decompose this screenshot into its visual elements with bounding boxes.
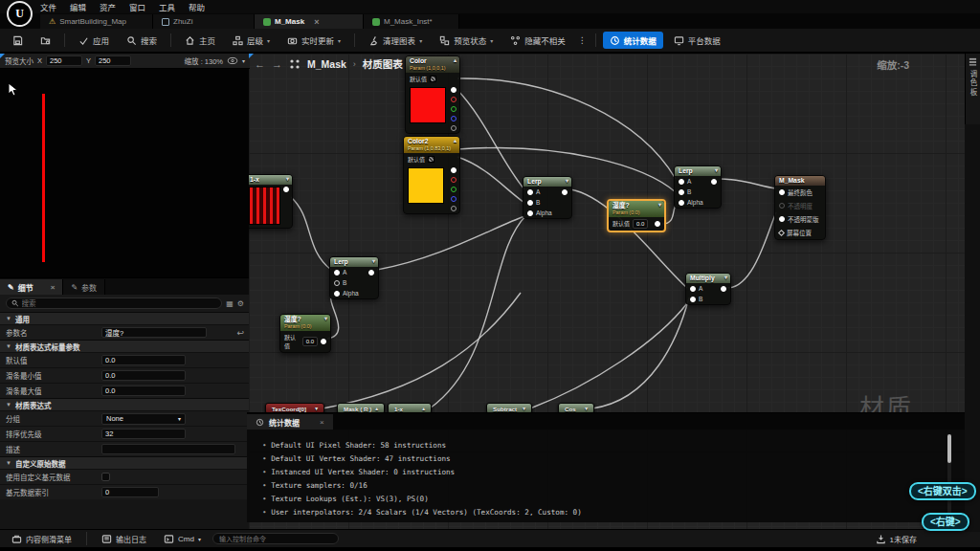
grid-view-icon[interactable]: ▦ — [226, 299, 234, 308]
input-pin-alpha[interactable] — [679, 200, 684, 206]
stats-button[interactable]: 统计数据 — [603, 32, 663, 49]
node-one-minus-preview[interactable]: 1-x▾ — [249, 174, 293, 229]
tab-m-mask[interactable]: M_Mask × — [255, 14, 364, 29]
close-icon[interactable]: × — [320, 418, 324, 427]
cmd-dropdown[interactable]: Cmd▾ — [158, 532, 207, 546]
stats-scrollbar[interactable] — [947, 434, 951, 518]
node-lerp-3[interactable]: Lerp▾ A B Alpha — [674, 165, 722, 209]
use-custom-primitive-checkbox[interactable] — [101, 473, 110, 481]
input-pin-b[interactable] — [690, 297, 696, 302]
input-pin-b[interactable] — [679, 189, 684, 195]
input-pin-screen-position[interactable] — [778, 230, 785, 236]
browse-button[interactable] — [33, 33, 57, 49]
back-arrow-icon[interactable]: ← — [255, 58, 265, 70]
hide-unrelated-button[interactable]: 隐藏不相关 — [503, 32, 572, 49]
menu-help[interactable]: 帮助 — [189, 1, 205, 12]
scrollbar-thumb[interactable] — [947, 434, 951, 463]
output-pin-g[interactable] — [451, 106, 457, 112]
output-pin[interactable] — [321, 339, 326, 344]
menu-window[interactable]: 窗口 — [129, 1, 145, 12]
tab-smartbuilding-map[interactable]: ⚠ SmartBuilding_Map — [40, 14, 153, 29]
output-pin-a[interactable] — [451, 206, 457, 211]
node-scalar-parameter-selected[interactable]: 湿度?▾Param (0.0) 默认值0.0 — [607, 199, 666, 232]
sort-priority-input[interactable] — [101, 429, 186, 439]
more-options-icon[interactable]: ⋮ — [576, 33, 589, 47]
menu-edit[interactable]: 编辑 — [70, 1, 86, 12]
live-update-button[interactable]: 实时更新▾ — [280, 32, 347, 49]
input-pin-a[interactable] — [690, 286, 696, 292]
tab-details[interactable]: ✎ 细节 × — [0, 279, 63, 295]
output-pin[interactable] — [283, 187, 289, 192]
section-material-expression[interactable]: ▼材质表达式 — [0, 398, 250, 410]
tab-zhuzi[interactable]: ZhuZi — [153, 14, 255, 29]
output-pin[interactable] — [655, 221, 660, 227]
node-lerp-2[interactable]: Lerp▾ A B Alpha — [329, 256, 379, 299]
tab-parameters[interactable]: ✎ 参数 — [63, 279, 105, 295]
clean-graph-button[interactable]: 清理图表▾ — [362, 32, 429, 49]
close-icon[interactable]: × — [314, 17, 319, 27]
menu-file[interactable]: 文件 — [40, 1, 56, 12]
console-command-input[interactable] — [212, 533, 339, 544]
breadcrumb-asset[interactable]: M_Mask — [307, 58, 346, 70]
output-pin-g[interactable] — [451, 187, 457, 192]
input-pin-alpha[interactable] — [334, 291, 340, 297]
parameter-name-input[interactable] — [101, 327, 207, 338]
breadcrumb-page[interactable]: 材质图表 — [363, 56, 403, 71]
default-value-input[interactable] — [101, 355, 186, 365]
apply-button[interactable]: 应用 — [72, 32, 116, 49]
material-preview-viewport[interactable] — [0, 69, 250, 278]
search-button[interactable]: 搜索 — [120, 32, 164, 49]
section-general[interactable]: ▼通用 — [0, 312, 250, 324]
input-pin-b[interactable] — [334, 280, 340, 286]
input-pin-a[interactable] — [334, 270, 340, 276]
tab-m-mask-inst[interactable]: M_Mask_Inst* — [364, 14, 459, 29]
input-pin-final-color[interactable] — [779, 189, 785, 195]
node-color-parameter[interactable]: Color▴Param (1,0,0,1) 默认值 — [405, 55, 460, 134]
reset-to-default-icon[interactable]: ↩ — [236, 328, 244, 338]
home-button[interactable]: 主页 — [178, 32, 222, 49]
input-pin-a[interactable] — [527, 189, 533, 195]
unsaved-indicator[interactable]: 1未保存 — [876, 534, 974, 544]
preview-x-input[interactable] — [46, 55, 82, 66]
hierarchy-button[interactable]: 层级▾ — [226, 32, 277, 49]
color-swatch-red[interactable] — [410, 87, 446, 123]
node-material-result[interactable]: M_Mask 最终颜色 不透明度 不透明蒙版 屏幕位置 — [774, 175, 826, 240]
input-pin-a[interactable] — [679, 179, 684, 185]
input-pin-opacity-mask[interactable] — [779, 216, 785, 222]
preview-state-button[interactable]: 预览状态▾ — [433, 32, 500, 49]
unreal-logo[interactable]: U — [7, 1, 33, 27]
node-scalar-parameter[interactable]: 湿度?▾Param (0.0) 默认值0.0 — [279, 314, 331, 353]
content-drawer-button[interactable]: 内容侧滑菜单 — [6, 532, 78, 546]
menu-tools[interactable]: 工具 — [159, 1, 175, 12]
input-pin-b[interactable] — [527, 200, 533, 206]
output-pin-b[interactable] — [451, 196, 457, 202]
output-log-button[interactable]: 输出日志 — [96, 532, 152, 546]
tab-stats[interactable]: 统计数据 × — [247, 414, 333, 430]
save-button[interactable] — [6, 33, 30, 49]
node-multiply[interactable]: Multiply▾ A B — [685, 273, 731, 305]
output-pin-a[interactable] — [451, 125, 457, 131]
node-color2-parameter[interactable]: Color2▴Param (1,0.83,0,1) 默认值 — [403, 136, 460, 214]
output-pin[interactable] — [711, 179, 717, 185]
palette-collapsed-tab[interactable]: 调色板 — [965, 54, 980, 124]
output-pin-r[interactable] — [451, 177, 457, 183]
output-pin-b[interactable] — [451, 116, 457, 121]
output-pin[interactable] — [562, 189, 568, 195]
node-lerp-1[interactable]: Lerp▾ A B Alpha — [523, 176, 572, 219]
output-pin-rgb[interactable] — [451, 87, 457, 93]
output-pin-r[interactable] — [451, 97, 457, 102]
primitive-data-index-input[interactable] — [101, 487, 159, 497]
visibility-icon[interactable] — [227, 56, 238, 65]
color-swatch-yellow[interactable] — [408, 167, 444, 204]
slider-max-input[interactable] — [101, 386, 186, 396]
forward-arrow-icon[interactable]: → — [272, 58, 282, 70]
description-input[interactable] — [101, 444, 235, 454]
section-custom-primitive-data[interactable]: ▼自定义原始数据 — [0, 456, 250, 469]
search-input[interactable] — [6, 298, 222, 309]
chevron-down-icon[interactable]: ▾ — [242, 57, 245, 64]
preview-y-input[interactable] — [95, 55, 131, 66]
section-scalar-parameter[interactable]: ▼材质表达式标量参数 — [0, 340, 250, 352]
menu-asset[interactable]: 资产 — [100, 1, 116, 12]
close-icon[interactable]: × — [51, 283, 56, 292]
output-pin[interactable] — [368, 270, 374, 276]
